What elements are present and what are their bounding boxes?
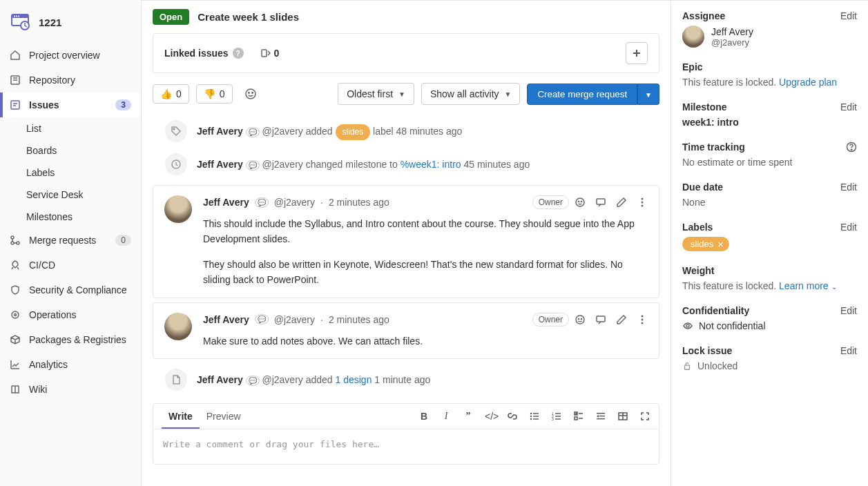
edit-icon[interactable] <box>616 197 627 208</box>
more-icon[interactable] <box>637 314 648 325</box>
emoji-icon[interactable] <box>575 314 586 325</box>
author-handle[interactable]: @j2avery <box>262 159 302 170</box>
home-icon <box>10 50 21 61</box>
italic-icon[interactable]: I <box>441 411 452 422</box>
author-name[interactable]: Jeff Avery <box>203 197 249 208</box>
comment-icon[interactable]: 💬 <box>246 127 260 137</box>
milestone-link[interactable]: %week1: intro <box>401 159 461 170</box>
help-icon[interactable] <box>846 142 857 153</box>
merge-icon <box>10 235 21 246</box>
author-name[interactable]: Jeff Avery <box>197 159 243 170</box>
issue-content: Open Create week 1 slides Linked issues … <box>142 0 671 486</box>
fullscreen-icon[interactable] <box>639 411 650 422</box>
learn-more-link[interactable]: Learn more ⌄ <box>779 280 836 291</box>
milestone-value[interactable]: week1: intro <box>682 117 857 128</box>
comment-icon[interactable]: 💬 <box>246 160 260 171</box>
chevron-down-icon: ⌄ <box>831 283 837 291</box>
sidebar-sub-servicedesk[interactable]: Service Desk <box>0 184 141 206</box>
book-icon <box>10 384 21 395</box>
number-list-icon[interactable]: 123 <box>551 411 562 422</box>
author-handle[interactable]: @j2avery <box>274 197 315 208</box>
indent-icon[interactable] <box>595 411 606 422</box>
assignee-handle: @j2avery <box>711 37 753 48</box>
edit-button[interactable]: Edit <box>840 222 857 233</box>
author-name[interactable]: Jeff Avery <box>197 374 243 385</box>
design-link[interactable]: 1 design <box>336 374 372 385</box>
sidebar-item-analytics[interactable]: Analytics <box>0 352 141 377</box>
remove-label-icon[interactable]: × <box>717 239 724 249</box>
thumbs-down-button[interactable]: 👎 0 <box>196 84 233 104</box>
svg-rect-15 <box>262 50 267 57</box>
sidebar-sub-boards[interactable]: Boards <box>0 139 141 162</box>
comment-icon[interactable]: 💬 <box>255 314 269 324</box>
author-handle[interactable]: @j2avery <box>274 314 315 325</box>
edit-button[interactable]: Edit <box>840 305 857 316</box>
sidebar-sub-labels[interactable]: Labels <box>0 162 141 184</box>
avatar[interactable] <box>164 313 192 340</box>
sidebar-sub-list[interactable]: List <box>0 117 141 139</box>
edit-button[interactable]: Edit <box>840 10 857 21</box>
code-icon[interactable]: </> <box>485 411 496 422</box>
avatar[interactable] <box>682 26 704 48</box>
sidebar-item-operations[interactable]: Operations <box>0 302 141 327</box>
thumbs-up-button[interactable]: 👍 0 <box>153 84 189 104</box>
author-handle[interactable]: @j2avery <box>262 374 302 385</box>
timestamp[interactable]: 2 minutes ago <box>329 314 389 325</box>
svg-rect-51 <box>597 413 605 414</box>
author-handle[interactable]: @j2avery <box>262 126 302 137</box>
sidebar-item-merge[interactable]: Merge requests 0 <box>0 228 141 253</box>
edit-button[interactable]: Edit <box>840 345 857 356</box>
author-name[interactable]: Jeff Avery <box>203 314 249 325</box>
timestamp[interactable]: 2 minutes ago <box>329 197 389 208</box>
tab-write[interactable]: Write <box>162 404 200 429</box>
add-reaction-button[interactable] <box>240 83 262 105</box>
comment-icon[interactable]: 💬 <box>255 197 269 208</box>
comment-textarea[interactable]: Write a comment or drag your files here… <box>153 429 659 464</box>
chevron-down-icon: ▼ <box>398 90 405 98</box>
sidebar-sub-milestones[interactable]: Milestones <box>0 206 141 228</box>
quote-icon[interactable]: ” <box>463 411 474 422</box>
sidebar-item-overview[interactable]: Project overview <box>0 43 141 68</box>
sidebar-item-security[interactable]: Security & Compliance <box>0 278 141 302</box>
confidentiality-section: Confidentiality Edit Not confidential <box>682 305 857 331</box>
edit-button[interactable]: Edit <box>840 101 857 113</box>
more-icon[interactable] <box>637 197 648 208</box>
author-name[interactable]: Jeff Avery <box>197 126 243 137</box>
label-chip[interactable]: slides × <box>682 237 729 251</box>
bold-icon[interactable]: B <box>418 411 430 422</box>
sidebar-item-issues[interactable]: Issues 3 <box>0 93 141 117</box>
tab-preview[interactable]: Preview <box>200 404 248 429</box>
task-list-icon[interactable] <box>573 411 584 422</box>
nav-label: Security & Compliance <box>29 284 127 295</box>
bullet-list-icon[interactable] <box>529 411 540 422</box>
edit-icon[interactable] <box>616 314 627 325</box>
svg-rect-39 <box>533 416 539 416</box>
create-merge-request-caret[interactable]: ▼ <box>637 84 659 105</box>
sidebar-item-cicd[interactable]: CI/CD <box>0 253 141 278</box>
issue-header: Open Create week 1 slides <box>153 1 659 33</box>
edit-button[interactable]: Edit <box>840 182 857 193</box>
help-icon[interactable]: ? <box>233 48 244 59</box>
label-chip[interactable]: slides <box>336 124 371 140</box>
comment-icon[interactable]: 💬 <box>246 376 260 386</box>
linked-issues-panel: Linked issues ? 0 <box>153 33 659 73</box>
sidebar-item-packages[interactable]: Packages & Registries <box>0 327 141 352</box>
upgrade-link[interactable]: Upgrade plan <box>779 77 837 88</box>
system-note: Jeff Avery 💬 @j2avery added 1 design 1 m… <box>153 363 659 396</box>
svg-point-35 <box>530 413 532 414</box>
create-merge-request-button[interactable]: Create merge request <box>527 84 637 105</box>
avatar[interactable] <box>164 195 192 223</box>
sidebar-item-wiki[interactable]: Wiki <box>0 377 141 402</box>
sidebar-item-repository[interactable]: Repository <box>0 68 141 93</box>
sort-dropdown[interactable]: Oldest first ▼ <box>338 83 414 105</box>
add-linked-issue-button[interactable] <box>626 42 648 64</box>
reply-icon[interactable] <box>595 197 606 208</box>
table-icon[interactable] <box>617 411 628 422</box>
project-header[interactable]: 1221 <box>0 0 141 43</box>
activity-filter-dropdown[interactable]: Show all activity ▼ <box>421 83 521 105</box>
assignee-name[interactable]: Jeff Avery <box>711 26 753 37</box>
link-icon[interactable] <box>507 411 518 422</box>
comment-text: Make sure to add notes above. We can att… <box>203 333 648 349</box>
reply-icon[interactable] <box>595 314 606 325</box>
emoji-icon[interactable] <box>575 197 586 208</box>
